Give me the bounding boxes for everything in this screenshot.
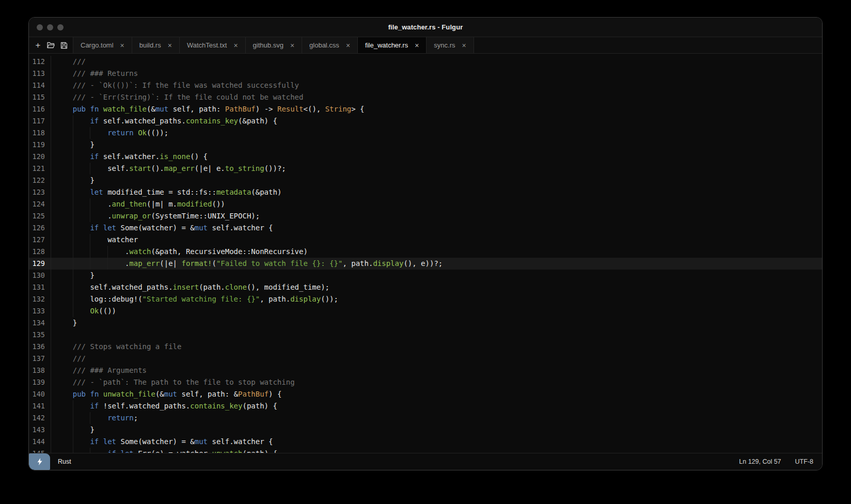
token-kw: let — [90, 188, 103, 196]
code-line[interactable]: 123 let modified_time = std::fs::metadat… — [29, 186, 822, 198]
plus-icon: + — [36, 40, 41, 51]
code-line[interactable]: 116 pub fn watch_file(&mut self, path: P… — [29, 103, 822, 115]
indent-guide — [55, 222, 73, 234]
code-text: if let Some(watcher) = &mut self.watcher… — [51, 436, 273, 448]
tab-build-rs[interactable]: build.rs× — [132, 37, 180, 53]
code-line[interactable]: 119 } — [29, 139, 822, 151]
tab-global-css[interactable]: global.css× — [302, 37, 358, 53]
code-text: /// - `Err(String)`: If the file could n… — [51, 91, 303, 103]
code-text: Ok(()) — [51, 305, 116, 317]
code-text: /// Stops watching a file — [51, 341, 181, 353]
code-line[interactable]: 131 self.watched_paths.insert(path.clone… — [29, 281, 822, 293]
folder-open-icon — [46, 41, 55, 50]
line-number: 118 — [29, 127, 51, 139]
token-p: self.watched_paths. — [90, 283, 172, 291]
code-line[interactable]: 113 /// ### Returns — [29, 68, 822, 80]
title-bar[interactable]: file_watcher.rs - Fulgur — [29, 18, 822, 37]
tab-sync-rs[interactable]: sync.rs× — [427, 37, 474, 53]
token-p: Err(e) = watcher. — [134, 449, 212, 453]
language-label[interactable]: Rust — [58, 458, 71, 465]
close-icon[interactable]: × — [462, 42, 466, 49]
close-icon[interactable]: × — [120, 42, 124, 49]
close-window-button[interactable] — [37, 24, 43, 30]
line-number: 128 — [29, 246, 51, 258]
close-icon[interactable]: × — [168, 42, 172, 49]
code-line[interactable]: 142 return; — [29, 412, 822, 424]
indent-guide — [73, 139, 90, 151]
close-icon[interactable]: × — [346, 42, 350, 49]
token-ty: Result — [277, 105, 304, 113]
code-line[interactable]: 127 watcher — [29, 234, 822, 246]
window-title: file_watcher.rs - Fulgur — [29, 23, 822, 31]
code-line[interactable]: 129 .map_err(|e| format!("Failed to watc… — [29, 258, 822, 270]
code-line[interactable]: 122 } — [29, 175, 822, 186]
indent-guide — [90, 163, 107, 175]
token-p: (()); — [147, 129, 168, 137]
indent-guide — [73, 305, 90, 317]
token-p: self.watcher { — [208, 224, 273, 232]
indent-guide — [55, 400, 73, 412]
line-number: 114 — [29, 80, 51, 91]
code-line[interactable]: 143 } — [29, 424, 822, 436]
token-fn: to_string — [225, 164, 264, 172]
new-file-button[interactable]: + — [31, 39, 44, 52]
token-kw: mut — [195, 437, 208, 446]
code-line[interactable]: 126 if let Some(watcher) = &mut self.wat… — [29, 222, 822, 234]
code-line[interactable]: 121 self.start().map_err(|e| e.to_string… — [29, 163, 822, 175]
indent-guide — [55, 436, 73, 448]
code-text: if self.watcher.is_none() { — [51, 151, 208, 163]
code-text: self.start().map_err(|e| e.to_string())?… — [51, 163, 286, 175]
code-line[interactable]: 141 if !self.watched_paths.contains_key(… — [29, 400, 822, 412]
token-p: ()) — [212, 200, 225, 208]
code-line[interactable]: 112 /// — [29, 56, 822, 68]
code-line[interactable]: 115 /// - `Err(String)`: If the file cou… — [29, 91, 822, 103]
code-line[interactable]: 120 if self.watcher.is_none() { — [29, 151, 822, 163]
code-editor[interactable]: 112 ///113 /// ### Returns114 /// - `Ok(… — [29, 54, 822, 453]
code-line[interactable]: 140 pub fn unwatch_file(&mut self, path:… — [29, 388, 822, 400]
encoding-indicator[interactable]: UTF-8 — [795, 458, 813, 465]
token-p: } — [73, 319, 77, 327]
token-p: self, path: — [168, 105, 225, 113]
code-line[interactable]: 132 log::debug!("Started watching file: … — [29, 293, 822, 305]
code-line[interactable]: 135 — [29, 329, 822, 341]
code-line[interactable]: 124 .and_then(|m| m.modified()) — [29, 198, 822, 210]
code-line[interactable]: 128 .watch(&path, RecursiveMode::NonRecu… — [29, 246, 822, 258]
token-fn: watch — [129, 247, 151, 256]
save-button[interactable] — [57, 39, 70, 52]
tab-file-watcher-rs[interactable]: file_watcher.rs× — [358, 37, 427, 53]
token-c: /// - `Err(String)`: If the file could n… — [73, 93, 304, 101]
cursor-position[interactable]: Ln 129, Col 57 — [739, 458, 781, 465]
token-c: /// — [73, 57, 86, 66]
tab-watchtest-txt[interactable]: WatchTest.txt× — [180, 37, 246, 53]
close-icon[interactable]: × — [415, 42, 419, 49]
indent-guide — [55, 234, 73, 246]
code-line[interactable]: 130 } — [29, 270, 822, 281]
tab-actions: + — [29, 37, 73, 53]
code-line[interactable]: 145 if let Err(e) = watcher.unwatch(path… — [29, 448, 822, 453]
token-p: (), modified_time); — [247, 283, 329, 291]
code-line[interactable]: 136 /// Stops watching a file — [29, 341, 822, 353]
token-p: (|e| — [160, 259, 181, 267]
close-icon[interactable]: × — [290, 42, 294, 49]
code-line[interactable]: 137 /// — [29, 353, 822, 365]
code-line[interactable]: 138 /// ### Arguments — [29, 365, 822, 376]
code-line[interactable]: 134 } — [29, 317, 822, 329]
code-line[interactable]: 139 /// - `path`: The path to the file t… — [29, 376, 822, 388]
code-text: .unwrap_or(SystemTime::UNIX_EPOCH); — [51, 210, 260, 222]
line-number: 122 — [29, 175, 51, 186]
code-text: let modified_time = std::fs::metadata(&p… — [51, 186, 281, 198]
token-p: (& — [155, 390, 164, 398]
code-line[interactable]: 118 return Ok(()); — [29, 127, 822, 139]
minimize-window-button[interactable] — [47, 24, 53, 30]
tab-cargo-toml[interactable]: Cargo.toml× — [73, 37, 132, 53]
code-line[interactable]: 114 /// - `Ok(())`: If the file was watc… — [29, 80, 822, 91]
language-badge[interactable] — [29, 453, 50, 470]
close-icon[interactable]: × — [233, 42, 238, 49]
code-line[interactable]: 117 if self.watched_paths.contains_key(&… — [29, 115, 822, 127]
code-line[interactable]: 144 if let Some(watcher) = &mut self.wat… — [29, 436, 822, 448]
code-line[interactable]: 125 .unwrap_or(SystemTime::UNIX_EPOCH); — [29, 210, 822, 222]
open-folder-button[interactable] — [44, 39, 57, 52]
maximize-window-button[interactable] — [57, 24, 64, 30]
code-line[interactable]: 133 Ok(()) — [29, 305, 822, 317]
tab-github-svg[interactable]: github.svg× — [246, 37, 302, 53]
